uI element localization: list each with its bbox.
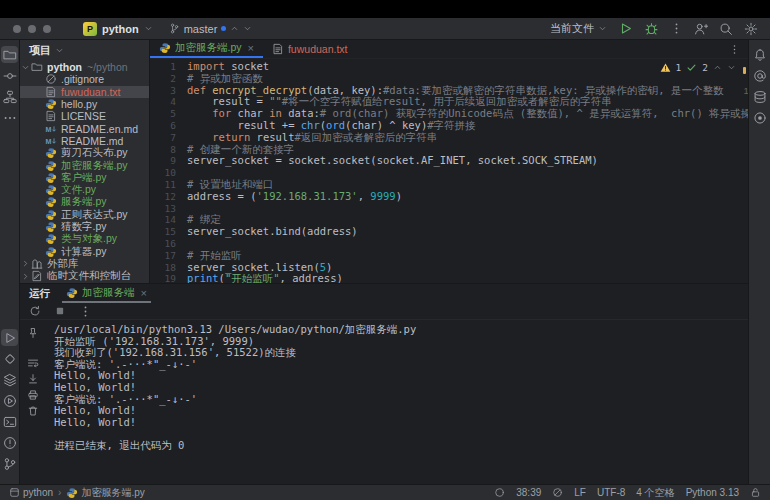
- pin-button[interactable]: [25, 325, 41, 341]
- tree-item-label: 临时文件和控制台: [47, 270, 131, 282]
- tree-item-label: fuwuduan.txt: [61, 86, 121, 98]
- tree-item[interactable]: MREADME.en.md: [20, 122, 149, 134]
- tool-ai-assistant-button[interactable]: [751, 67, 768, 84]
- tree-item[interactable]: hello.py: [20, 98, 149, 110]
- console-output[interactable]: /usr/local/bin/python3.13 /Users/wudao/p…: [46, 321, 748, 484]
- chevron-right-icon: [20, 272, 31, 281]
- unlock-icon[interactable]: [750, 487, 761, 498]
- editor-tab-fuwuduan[interactable]: fuwuduan.txt: [263, 40, 357, 58]
- chevron-down-icon: [598, 24, 607, 33]
- console-line: Hello, World!: [54, 370, 748, 382]
- debug-button[interactable]: [644, 21, 659, 36]
- next-problem-icon[interactable]: [727, 63, 736, 72]
- search-everywhere-button[interactable]: [719, 22, 733, 36]
- statusbar-project-widget[interactable]: python: [9, 487, 53, 498]
- pin-icon: [27, 327, 39, 339]
- code-line: 12address = ('192.168.31.173', 9999): [150, 191, 748, 203]
- caret-position[interactable]: 38:39: [516, 487, 541, 498]
- line-number: 18: [150, 262, 187, 274]
- tool-database-button[interactable]: [751, 88, 768, 105]
- tree-item[interactable]: 剪刀石头布.py: [20, 147, 149, 159]
- tool-structure-button[interactable]: [1, 88, 18, 105]
- tool-python-console-button[interactable]: [1, 350, 18, 367]
- tree-item[interactable]: 客户端.py: [20, 172, 149, 184]
- tool-version-control-button[interactable]: [1, 455, 18, 472]
- tree-item[interactable]: 服务端.py: [20, 196, 149, 208]
- tool-problems-button[interactable]: [1, 434, 18, 451]
- python-file-icon: [45, 147, 57, 159]
- code-with-me-button[interactable]: [694, 22, 708, 36]
- tool-services-button[interactable]: [1, 371, 18, 388]
- print-button[interactable]: [25, 387, 41, 403]
- window-controls[interactable]: [0, 25, 61, 33]
- tree-item-label: README.en.md: [61, 123, 138, 135]
- tool-plugin-button[interactable]: [751, 109, 768, 126]
- line-number: 2: [150, 73, 187, 85]
- branch-widget[interactable]: master: [169, 23, 253, 35]
- file-encoding[interactable]: UTF-8: [597, 487, 625, 498]
- indent-style[interactable]: 4 个空格: [636, 486, 674, 500]
- run-config-selector[interactable]: 当前文件: [550, 21, 607, 36]
- terminal-icon: [3, 415, 17, 429]
- tool-commit-button[interactable]: [1, 67, 18, 84]
- inspection-widget[interactable]: 1 2: [660, 62, 736, 74]
- tree-item[interactable]: 类与对象.py: [20, 233, 149, 245]
- tree-item[interactable]: fuwuduan.txt: [20, 86, 149, 98]
- text-file-icon: [45, 110, 57, 122]
- more-actions-button[interactable]: [670, 22, 683, 35]
- tree-item[interactable]: 加密服务端.py: [20, 159, 149, 171]
- tool-project-button[interactable]: [1, 46, 18, 63]
- line-separator[interactable]: LF: [574, 487, 586, 498]
- tree-item[interactable]: LICENSE: [20, 110, 149, 122]
- project-widget[interactable]: P python: [83, 22, 153, 36]
- more-v-button[interactable]: [77, 303, 93, 319]
- rerun-button[interactable]: [27, 303, 43, 319]
- close-icon[interactable]: ×: [248, 42, 254, 54]
- tab-options-button[interactable]: [729, 40, 748, 58]
- console-line: 客户端说: '.-···*"_-↓·-': [54, 394, 748, 406]
- tree-item[interactable]: 正则表达式.py: [20, 209, 149, 221]
- tool-notifications-button[interactable]: [751, 46, 768, 63]
- tree-item[interactable]: 计算器.py: [20, 245, 149, 257]
- prev-problem-icon[interactable]: [713, 63, 722, 72]
- breadcrumb-separator: ›: [58, 487, 61, 498]
- statusbar-file-breadcrumb[interactable]: 加密服务端.py: [66, 486, 144, 500]
- warning-icon: [660, 62, 671, 73]
- python-file-icon: [45, 233, 57, 245]
- clear-button[interactable]: [25, 403, 41, 419]
- run-panel-title: 运行: [29, 284, 50, 303]
- close-window-button[interactable]: [13, 25, 21, 33]
- editor-tab-encrypt-server[interactable]: 加密服务端.py ×: [150, 40, 263, 58]
- tree-item-label: 计算器.py: [61, 245, 107, 257]
- highlighting-level-icon[interactable]: [552, 487, 563, 498]
- tree-item[interactable]: 猜数字.py: [20, 221, 149, 233]
- tool-more-tools-button[interactable]: [1, 109, 18, 126]
- tree-item[interactable]: .gitignore: [20, 73, 149, 85]
- zoom-window-button[interactable]: [43, 25, 51, 33]
- tree-item[interactable]: 文件.py: [20, 184, 149, 196]
- tree-item[interactable]: python~/python: [20, 61, 149, 73]
- project-panel-header[interactable]: 项目: [20, 40, 149, 61]
- tool-terminal-button[interactable]: [1, 413, 18, 430]
- python-file-icon: [45, 172, 57, 184]
- settings-button[interactable]: [744, 22, 758, 36]
- code-area[interactable]: 1import socket2# 异或加密函数3def encrypt_decr…: [150, 59, 748, 283]
- stop-button[interactable]: [52, 303, 68, 319]
- tool-python-packages-button[interactable]: [1, 392, 18, 409]
- titlebar-actions: 当前文件: [550, 21, 770, 36]
- chevron-down-icon: [20, 63, 31, 72]
- run-tab[interactable]: 加密服务端 ×: [62, 284, 151, 303]
- tree-item[interactable]: MREADME.md: [20, 135, 149, 147]
- python-interpreter[interactable]: Python 3.13: [686, 487, 739, 498]
- tree-item-label: python: [47, 61, 82, 73]
- tree-item[interactable]: 临时文件和控制台: [20, 270, 149, 282]
- scroll-to-end-button[interactable]: [25, 371, 41, 387]
- close-icon[interactable]: ×: [141, 287, 147, 299]
- tool-run-button[interactable]: [1, 329, 18, 346]
- project-icon: [3, 48, 17, 62]
- soft-wrap-button[interactable]: [25, 355, 41, 371]
- minimize-window-button[interactable]: [28, 25, 36, 33]
- tree-item[interactable]: 外部库: [20, 258, 149, 270]
- sync-icon[interactable]: [494, 487, 505, 498]
- run-button[interactable]: [618, 21, 633, 36]
